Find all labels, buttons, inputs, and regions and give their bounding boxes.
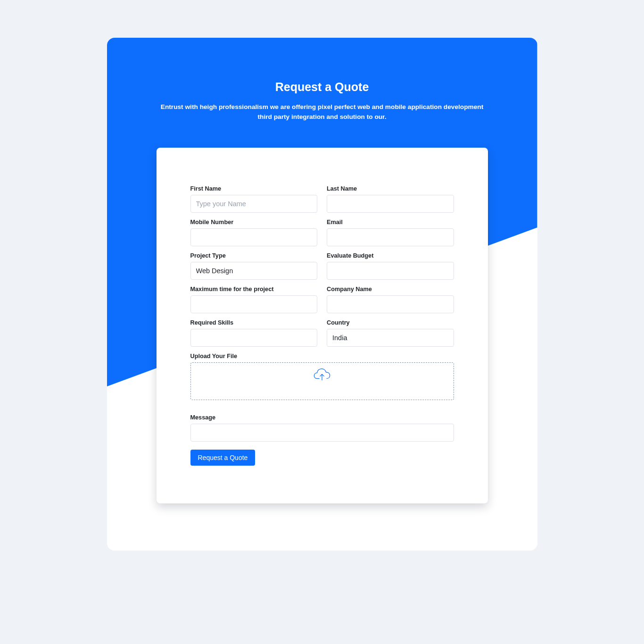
max-time-label: Maximum time for the project bbox=[190, 286, 318, 293]
mobile-label: Mobile Number bbox=[190, 219, 318, 226]
last-name-label: Last Name bbox=[327, 185, 454, 192]
cloud-upload-icon bbox=[313, 368, 331, 382]
submit-button[interactable]: Request a Quote bbox=[190, 450, 256, 466]
country-label: Country bbox=[327, 319, 454, 326]
first-name-input[interactable] bbox=[190, 195, 318, 213]
page-title: Request a Quote bbox=[157, 80, 488, 94]
content-wrapper: Request a Quote Entrust with heigh profe… bbox=[107, 38, 537, 551]
company-input[interactable] bbox=[327, 295, 454, 313]
email-input[interactable] bbox=[327, 228, 454, 246]
quote-card: Request a Quote Entrust with heigh profe… bbox=[107, 38, 537, 551]
project-type-label: Project Type bbox=[190, 252, 318, 259]
form-card: First Name Last Name Mobile Number Email bbox=[157, 148, 488, 503]
max-time-input[interactable] bbox=[190, 295, 318, 313]
skills-label: Required Skills bbox=[190, 319, 318, 326]
last-name-input[interactable] bbox=[327, 195, 454, 213]
email-label: Email bbox=[327, 219, 454, 226]
budget-label: Evaluate Budget bbox=[327, 252, 454, 259]
upload-label: Upload Your File bbox=[190, 353, 454, 360]
mobile-input[interactable] bbox=[190, 228, 318, 246]
country-select[interactable]: India bbox=[327, 329, 454, 347]
page-subtitle: Entrust with heigh professionalism we ar… bbox=[157, 102, 488, 122]
company-label: Company Name bbox=[327, 286, 454, 293]
first-name-label: First Name bbox=[190, 185, 318, 192]
message-input[interactable] bbox=[190, 424, 454, 442]
message-label: Message bbox=[190, 414, 454, 421]
skills-input[interactable] bbox=[190, 329, 318, 347]
project-type-select[interactable]: Web Design bbox=[190, 262, 318, 280]
budget-input[interactable] bbox=[327, 262, 454, 280]
upload-dropzone[interactable] bbox=[190, 362, 454, 400]
